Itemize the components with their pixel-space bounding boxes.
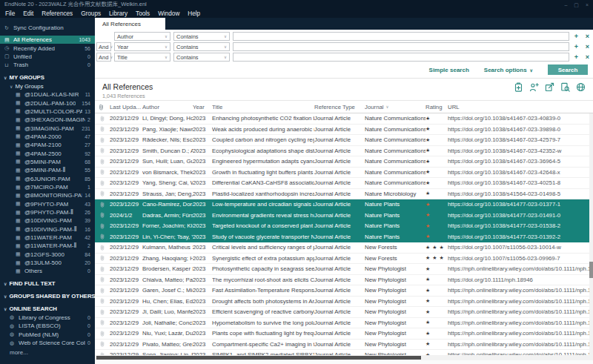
table-row[interactable]: 2023/12/29 Niu, Yuxi; Lazár, Duša... 202… — [95, 328, 593, 340]
cell-url[interactable]: https://nph.onlinelibrary.wiley.com/doi/… — [448, 265, 593, 272]
cell-rating[interactable]: ★ ★ ★ — [425, 245, 448, 251]
online-search-item[interactable]: ◍ Library of Congress 0 — [0, 314, 95, 322]
minimize-button[interactable]: – — [564, 2, 567, 7]
column-header-title[interactable]: Title — [212, 104, 314, 110]
cell-rating[interactable]: ★ — [425, 137, 448, 143]
cell-rating[interactable]: ★ — [425, 320, 448, 325]
sidebar-group-item[interactable]: ▦ @11WATER-PAM 42 — [0, 234, 95, 242]
cell-rating[interactable]: ★ — [425, 169, 448, 175]
cell-rating[interactable]: ★ — [425, 180, 448, 186]
table-row[interactable]: 2023/12/29 Hu, Chen; Elias, Edua... 2023… — [95, 297, 593, 308]
table-row[interactable]: 2023/12/29 Sun, Huili; Luan, Guo... 2023… — [95, 156, 593, 168]
menu-item[interactable]: Edit — [23, 10, 33, 17]
tab-all-references[interactable]: All References — [95, 18, 165, 30]
table-row[interactable]: 2023/12/29 Garen, Josef C.; Mich... 2023… — [95, 285, 593, 297]
sidebar-library-item[interactable]: ▤ All References 1043 — [0, 36, 95, 44]
search-field-select[interactable]: Title ∨ — [114, 53, 170, 62]
search-value-input[interactable] — [233, 32, 569, 41]
table-row[interactable]: 2023/12/29 Brodersen, Kasper El... 2023 … — [95, 264, 593, 275]
online-search-item[interactable]: ◍ PubMed (NLM) 0 — [0, 331, 95, 340]
sidebar-group-item[interactable]: ▦ @10DIVING-PAM-Ⅱ 16 — [0, 225, 95, 234]
search-operator-select[interactable]: Contains ∨ — [173, 42, 230, 51]
remove-search-row-button[interactable]: × — [583, 43, 592, 51]
groups-shared-header[interactable]: ∨ GROUPS SHARED BY OTHERS — [0, 292, 95, 301]
menu-item[interactable]: Groups — [81, 10, 101, 17]
sidebar-group-item[interactable]: ▦ @7MCIRO-PAM 1 — [0, 183, 95, 191]
table-row[interactable]: 2023/12/29 Kulmann, Matheus S... 2023 Cr… — [95, 242, 593, 254]
sidebar-group-item[interactable]: ▦ @12GFS-3000 84 — [0, 251, 95, 259]
menu-item[interactable]: References — [42, 10, 73, 17]
find-fulltext-icon[interactable] — [560, 82, 570, 92]
more-link[interactable]: more... — [0, 348, 95, 357]
add-search-row-button[interactable]: + — [572, 33, 580, 41]
cell-url[interactable]: https://nph.onlinelibrary.wiley.com/doi/… — [448, 287, 593, 294]
search-field-select[interactable]: Year ∨ — [114, 42, 170, 51]
maximize-button[interactable]: ▢ — [574, 2, 579, 7]
sidebar-library-item[interactable]: ◷ Recently Added 56 — [0, 44, 95, 52]
boolean-operator-select[interactable]: And ∨ — [96, 53, 111, 62]
cell-url[interactable]: https://doi.org/10.1038/s41477-023-01491… — [448, 212, 593, 219]
sidebar-group-item[interactable]: ▦ @2MULTI-COLOR-PAM 13 — [0, 107, 95, 116]
cell-url[interactable]: https://doi.org/10.1038/s41467-023-36964… — [448, 158, 593, 165]
my-groups-header[interactable]: ∨ MY GROUPS — [0, 73, 95, 82]
cell-url[interactable]: https://doi.org/10.1038/s41564-023-01498… — [448, 191, 593, 197]
column-header-rating[interactable]: Rating — [425, 104, 448, 110]
cell-url[interactable]: https://doi.org/10.1038/s41467-023-42648… — [448, 169, 593, 176]
vertical-scrollbar[interactable] — [589, 113, 593, 359]
attachment-column-header[interactable] — [95, 104, 110, 110]
cell-url[interactable]: https://doi.org/10.1038/s41467-023-42352… — [448, 148, 593, 154]
search-operator-select[interactable]: Contains ∨ — [173, 32, 230, 41]
column-header-author[interactable]: Author — [142, 104, 193, 110]
cell-rating[interactable]: ★ ★ ★ — [425, 255, 448, 261]
remove-search-row-button[interactable]: × — [583, 53, 592, 62]
sidebar-group-item[interactable]: ▦ Others 0 — [0, 267, 95, 275]
menu-item[interactable]: Window — [158, 10, 179, 17]
sidebar-group-item[interactable]: ▦ @6JUNIOR-PAM 85 — [0, 175, 95, 183]
sidebar-group-item[interactable]: ▦ @13ULM-500 20 — [0, 259, 95, 267]
my-groups-subheader[interactable]: ∨ My Groups — [0, 82, 95, 91]
column-header-url[interactable]: URL — [448, 104, 593, 110]
sidebar-group-item[interactable]: ▦ @9PHYTO-PAM-Ⅱ 26 — [0, 208, 95, 216]
cell-url[interactable]: https://doi.org/10.1038/s41477-023-01538… — [448, 222, 593, 229]
cell-url[interactable]: https://nph.onlinelibrary.wiley.com/doi/… — [448, 330, 593, 337]
cell-rating[interactable]: ★ — [425, 159, 448, 165]
sidebar-group-item[interactable]: ▦ @4PAM-2500 92 — [0, 149, 95, 157]
horizontal-scrollbar[interactable] — [95, 355, 593, 360]
find-full-text-header[interactable]: ∨ FIND FULL TEXT — [0, 279, 95, 288]
cell-url[interactable]: https://nph.onlinelibrary.wiley.com/doi/… — [448, 308, 593, 315]
table-row[interactable]: 2023/12/29 Forner, Joachim; Klei... 2023… — [95, 221, 593, 232]
sidebar-group-item[interactable]: ▦ @4PAM-2000 47 — [0, 133, 95, 141]
sidebar-group-item[interactable]: ▦ @4PAM-2100 27 — [0, 141, 95, 149]
vertical-scrollbar-thumb[interactable] — [589, 262, 593, 278]
add-search-row-button[interactable]: + — [572, 43, 580, 51]
close-button[interactable]: × — [586, 2, 589, 7]
sidebar-group-item[interactable]: ▦ @5MINI-PAM 68 — [0, 158, 95, 166]
sidebar-library-item[interactable]: ▢ Unfiled 0 — [0, 53, 95, 61]
table-row[interactable]: 2024/1/2 Dadras, Armin; Fürst-... 2023 E… — [95, 211, 593, 222]
menu-item[interactable]: Tools — [136, 10, 150, 17]
add-search-row-button[interactable]: + — [572, 53, 580, 62]
table-row[interactable]: 2023/12/29 Zhang, Haoqiang; Ha... 2023 S… — [95, 254, 593, 265]
table-row[interactable]: 2023/12/29 Li, Dingyi; Dong, Hon... 2023… — [95, 113, 593, 125]
cell-rating[interactable]: ★ — [425, 223, 448, 229]
online-search-item[interactable]: ◍ Web of Science Core Colle... 0 — [0, 339, 95, 348]
cell-rating[interactable]: ★ — [425, 331, 448, 337]
table-row[interactable]: 2023/12/29 Yang, Sheng; Cai, We... 2023 … — [95, 178, 593, 189]
cell-url[interactable]: https://doi.org/10.1007/s11056-023-10014… — [448, 244, 593, 251]
table-row[interactable]: 2023/12/29 Rädecker, Nils; Escrig... 202… — [95, 135, 593, 146]
import-references-icon[interactable] — [514, 82, 523, 92]
search-value-input[interactable] — [233, 42, 569, 51]
cell-rating[interactable]: ★ — [425, 266, 448, 272]
cell-rating[interactable]: ★ — [425, 309, 448, 315]
cell-url[interactable]: https://doi.org/10.1038/s41477-023-01392… — [448, 234, 593, 240]
cell-url[interactable]: https://doi.org/10.1038/s41467-023-40839… — [448, 115, 593, 122]
search-value-input[interactable] — [233, 53, 569, 62]
simple-search-link[interactable]: Simple search — [429, 67, 469, 73]
boolean-operator-select[interactable]: And ∨ — [96, 42, 111, 51]
cell-url[interactable]: https://doi.org/10.1038/s41467-023-39898… — [448, 126, 593, 133]
sidebar-group-item[interactable]: ▦ @10DIVING-PAM 39 — [0, 216, 95, 225]
new-reference-icon[interactable] — [529, 82, 539, 92]
cell-url[interactable]: https://doi.org/10.1007/s11056-023-09969… — [448, 255, 593, 262]
sidebar-group-item[interactable]: ▦ @9PHYTO-PAM 43 — [0, 200, 95, 208]
cell-url[interactable]: https://doi.org/10.1038/s41467-023-42579… — [448, 136, 593, 143]
